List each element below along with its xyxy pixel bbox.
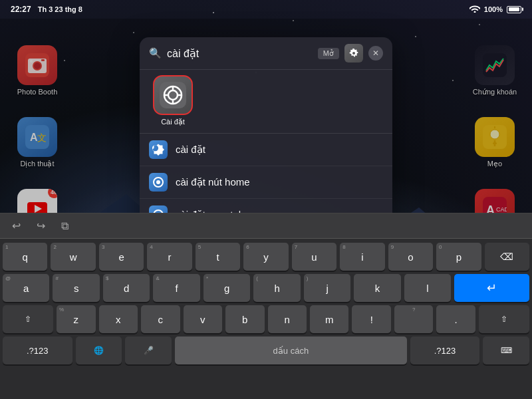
wifi-icon [469,5,480,15]
svg-point-29 [156,180,160,184]
key-question[interactable]: ? [394,305,433,333]
key-p[interactable]: 0p [436,243,481,271]
top-result-item[interactable]: Cài đặt [149,75,197,126]
key-u[interactable]: 7u [292,243,336,271]
key-num-left[interactable]: .?123 [3,336,72,364]
top-result-icon-img [153,75,193,115]
battery-text: 100% [484,5,503,13]
spotlight-settings-icon[interactable] [344,44,363,63]
key-y[interactable]: 6y [243,243,288,271]
spotlight-open-badge: Mở [318,48,339,59]
status-bar: 22:27 Th 3 23 thg 8 100% [0,0,532,19]
spotlight-close-button[interactable]: ✕ [368,46,383,61]
key-n[interactable]: n [268,305,307,333]
key-shift-left[interactable]: ⇧ [3,305,53,333]
key-keyboard-dismiss[interactable]: ⌨ [483,336,529,364]
result-text-settings: cài đặt [176,144,205,156]
spotlight-search-bar: 🔍 Mở ✕ [140,37,392,69]
key-x[interactable]: x [99,305,138,333]
key-return[interactable]: ↵ [454,274,529,302]
result-item-settings[interactable]: cài đặt [140,134,392,166]
key-z[interactable]: %z [57,305,95,333]
key-c[interactable]: c [141,305,180,333]
key-o[interactable]: 9o [388,243,433,271]
redo-button[interactable]: ↪ [34,217,48,235]
result-home-icon [149,173,168,192]
key-mic[interactable]: 🎤 [125,336,172,364]
key-row-1: 1q 2w 3e 4r 5t 6y 7u 8i 9o 0p ⌫ [3,243,529,271]
key-r[interactable]: 4r [147,243,192,271]
key-s[interactable]: #s [53,274,99,302]
key-exclaim[interactable]: ! [352,305,390,333]
key-j[interactable]: )j [304,274,350,302]
key-d[interactable]: $d [103,274,150,302]
key-period[interactable]: . [436,305,475,333]
key-row-4: .?123 🌐 🎤 dấu cách .?123 ⌨ [3,336,529,364]
paste-button[interactable]: ⧉ [59,217,71,235]
key-shift-right[interactable]: ⇧ [479,305,529,333]
key-l[interactable]: l [404,274,451,302]
key-row-3: ⇧ %z x c v b n m ! ? . ⇧ [3,305,529,333]
key-w[interactable]: 2w [51,243,95,271]
key-f[interactable]: &f [153,274,200,302]
key-k[interactable]: k [354,274,400,302]
key-e[interactable]: 3e [99,243,144,271]
key-b[interactable]: b [225,305,264,333]
keyboard-toolbar: ↩ ↪ ⧉ [0,213,532,239]
key-i[interactable]: 8i [340,243,384,271]
key-q[interactable]: 1q [3,243,47,271]
result-item-home-button[interactable]: cài đặt nút home [140,166,392,199]
battery-indicator [507,6,521,13]
key-row-2: @a #s $d &f *g (h )j k l ↵ [3,274,529,302]
key-globe[interactable]: 🌐 [76,336,122,364]
key-backspace[interactable]: ⌫ [485,243,529,271]
key-m[interactable]: m [310,305,348,333]
search-icon: 🔍 [149,47,162,59]
key-g[interactable]: *g [203,274,250,302]
status-time: 22:27 [11,5,31,14]
result-settings-icon [149,140,168,159]
key-t[interactable]: 5t [196,243,240,271]
key-h[interactable]: (h [253,274,300,302]
keys-container: 1q 2w 3e 4r 5t 6y 7u 8i 9o 0p ⌫ @a #s $d… [0,239,532,367]
top-result-label: Cài đặt [161,118,185,126]
status-date: Th 3 23 thg 8 [38,5,82,13]
key-space[interactable]: dấu cách [175,336,407,364]
result-text-home: cài đặt nút home [176,176,250,188]
undo-button[interactable]: ↩ [9,217,23,235]
key-v[interactable]: v [184,305,222,333]
key-a[interactable]: @a [3,274,49,302]
spotlight-search-input[interactable] [167,47,313,59]
spotlight-top-result: Cài đặt [140,69,392,133]
keyboard-area: ↩ ↪ ⧉ 1q 2w 3e 4r 5t 6y 7u 8i 9o 0p ⌫ @a… [0,213,532,399]
key-num-right[interactable]: .?123 [410,336,480,364]
